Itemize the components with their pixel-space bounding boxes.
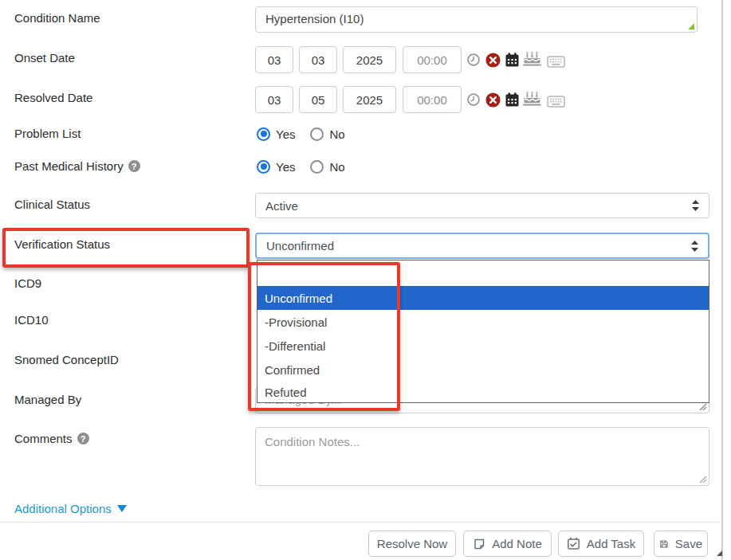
resize-grip-icon[interactable] <box>699 476 707 484</box>
add-task-button[interactable]: Add Task <box>558 531 644 557</box>
comments-label: Comments <box>14 432 89 445</box>
add-note-label: Add Note <box>492 537 542 550</box>
comments-label-text: Comments <box>14 432 73 445</box>
keyboard-icon[interactable] <box>545 93 566 109</box>
save-label: Save <box>675 537 702 550</box>
condition-name-input[interactable]: Hypertension (I10) <box>255 6 698 33</box>
problem-list-radio-group: Yes No <box>257 127 345 141</box>
additional-options-label: Additional Options <box>14 502 112 515</box>
past-medical-history-label-text: Past Medical History <box>14 159 124 173</box>
save-button[interactable]: Save <box>654 531 708 557</box>
past-medical-history-label: Past Medical History <box>14 159 140 173</box>
annotation-rectangle-label <box>2 228 250 268</box>
managed-by-label: Managed By <box>14 393 81 406</box>
verification-status-value: Unconfirmed <box>266 239 334 253</box>
scrollbar-edge <box>721 0 723 560</box>
clear-date-icon[interactable] <box>482 52 503 68</box>
additional-options-link[interactable]: Additional Options <box>14 502 127 515</box>
condition-edit-form: Condition Name Onset Date Resolved Date … <box>0 0 731 560</box>
add-note-button[interactable]: Add Note <box>463 531 552 557</box>
problem-list-no-radio[interactable] <box>310 127 324 141</box>
onset-time-input[interactable]: 00:00 <box>403 46 462 73</box>
resolved-year-input[interactable]: 2025 <box>343 86 396 113</box>
resolve-now-button[interactable]: Resolve Now <box>368 531 456 557</box>
resolve-now-label: Resolve Now <box>377 537 447 550</box>
problem-list-label: Problem List <box>14 127 81 140</box>
verification-status-select[interactable]: Unconfirmed <box>255 233 709 259</box>
problem-list-yes-label[interactable]: Yes <box>276 127 295 141</box>
past-medical-history-no-radio[interactable] <box>310 160 324 174</box>
annotation-rectangle-dropdown <box>248 262 400 411</box>
save-icon <box>659 538 669 550</box>
resolved-date-label: Resolved Date <box>14 91 92 104</box>
birthday-cake-icon[interactable] <box>521 92 542 108</box>
birthday-cake-icon[interactable] <box>521 52 542 68</box>
help-icon[interactable] <box>128 160 140 172</box>
help-icon[interactable] <box>77 433 89 444</box>
icd9-label: ICD9 <box>14 276 41 290</box>
resolved-time-input[interactable]: 00:00 <box>403 86 462 113</box>
scroll-corner-icon <box>716 550 723 557</box>
onset-day-input[interactable]: 03 <box>299 46 337 73</box>
task-calendar-icon <box>567 537 580 550</box>
onset-date-label: Onset Date <box>14 51 75 65</box>
updown-arrow-icon <box>692 200 699 211</box>
add-task-label: Add Task <box>587 537 635 550</box>
calendar-icon[interactable] <box>501 92 522 108</box>
clinical-status-value: Active <box>265 199 298 213</box>
resize-grip-icon[interactable] <box>699 403 707 411</box>
problem-list-yes-radio[interactable] <box>257 127 270 141</box>
clock-icon[interactable] <box>463 92 484 108</box>
resize-grip-icon[interactable] <box>687 22 695 30</box>
past-medical-history-radio-group: Yes No <box>257 159 345 174</box>
problem-list-no-label[interactable]: No <box>329 127 344 141</box>
comments-placeholder: Condition Notes... <box>265 435 360 448</box>
updown-arrow-icon <box>691 241 698 252</box>
note-icon <box>473 538 485 550</box>
onset-year-input[interactable]: 2025 <box>343 46 396 73</box>
past-medical-history-yes-radio[interactable] <box>257 160 270 174</box>
onset-month-input[interactable]: 03 <box>255 46 293 73</box>
condition-name-label: Condition Name <box>14 11 100 25</box>
clinical-status-label: Clinical Status <box>14 198 90 211</box>
clinical-status-select[interactable]: Active <box>255 193 709 218</box>
keyboard-icon[interactable] <box>545 53 566 69</box>
icd10-label: ICD10 <box>14 313 49 327</box>
past-medical-history-no-label[interactable]: No <box>329 160 344 174</box>
chevron-down-icon <box>117 505 127 512</box>
past-medical-history-yes-label[interactable]: Yes <box>276 160 295 174</box>
resolved-month-input[interactable]: 03 <box>255 86 293 113</box>
clear-date-icon[interactable] <box>482 92 503 108</box>
comments-input[interactable]: Condition Notes... <box>255 427 709 486</box>
condition-name-value: Hypertension (I10) <box>265 12 364 25</box>
snomed-conceptid-label: Snomed ConceptID <box>14 353 119 366</box>
clock-icon[interactable] <box>463 52 484 68</box>
divider <box>0 522 720 523</box>
resolved-day-input[interactable]: 05 <box>299 86 337 113</box>
calendar-icon[interactable] <box>501 52 522 68</box>
